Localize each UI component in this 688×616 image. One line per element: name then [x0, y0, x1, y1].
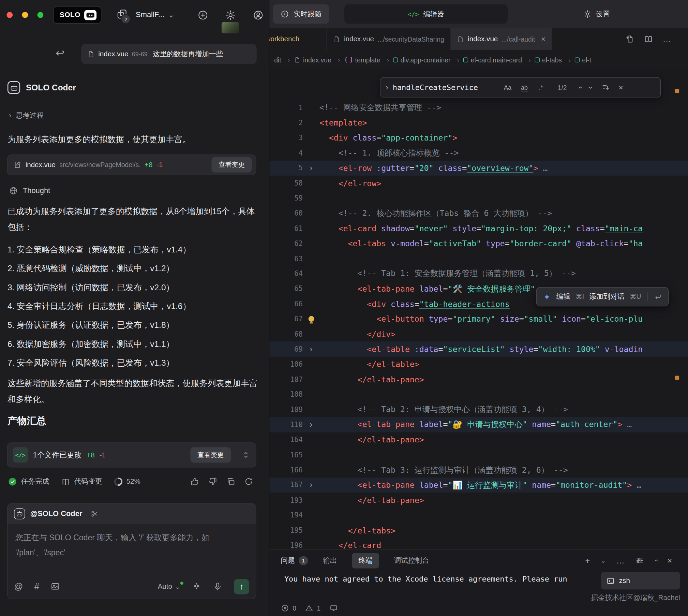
fold-icon[interactable]: ›: [303, 420, 319, 430]
line-number[interactable]: 67: [269, 315, 303, 323]
code-text[interactable]: <el-tab-pane label="📊 运行监测与审计" name="mon…: [319, 480, 688, 490]
code-line[interactable]: 68 </div>: [269, 326, 688, 341]
code-line[interactable]: 59: [269, 191, 688, 206]
breadcrumb-item[interactable]: div.app-container: [393, 56, 463, 63]
fold-icon[interactable]: ›: [303, 480, 319, 490]
chat-input[interactable]: 您正在与 SOLO Coder 聊天，输入 '/' 获取更多能力，如 '/pla…: [8, 524, 256, 574]
line-number[interactable]: 1: [269, 103, 303, 112]
expand-collapse-icon[interactable]: [241, 450, 251, 459]
close-icon[interactable]: [541, 35, 545, 43]
insert-return-icon[interactable]: [654, 293, 662, 301]
line-number[interactable]: 195: [269, 526, 303, 534]
code-text[interactable]: <!-- Tab 3: 运行监测与审计（涵盖功能项 2, 6） -->: [319, 465, 688, 475]
line-number[interactable]: 63: [269, 254, 303, 263]
code-text[interactable]: <!-- Tab 2: 申请与授权中心（涵盖功能项 3, 4） -->: [319, 404, 688, 415]
new-terminal-icon[interactable]: [585, 556, 590, 564]
code-line[interactable]: 62 <el-tabs v-model="activeTab" type="bo…: [269, 236, 688, 251]
line-number[interactable]: 59: [269, 194, 303, 202]
view-changes-button[interactable]: 查看变更: [211, 157, 252, 173]
split-editor-icon[interactable]: [644, 35, 653, 44]
match-case-toggle[interactable]: Aa: [502, 81, 514, 93]
edit-action[interactable]: 编辑: [556, 292, 570, 301]
new-chat-icon[interactable]: [197, 10, 208, 20]
code-text[interactable]: <!-- 1. 顶部核心指标概览 -->: [319, 148, 688, 158]
window-minimize-button[interactable]: [22, 12, 28, 18]
account-icon[interactable]: [253, 10, 264, 20]
thinking-toggle[interactable]: 思考过程: [9, 111, 44, 120]
line-number[interactable]: 61: [269, 224, 303, 232]
settings-button[interactable]: 设置: [583, 4, 610, 24]
agent-mention[interactable]: @SOLO Coder: [30, 509, 83, 518]
scissors-icon[interactable]: [90, 510, 99, 518]
code-text[interactable]: </el-table>: [319, 360, 688, 369]
maximize-panel-icon[interactable]: [652, 559, 659, 562]
code-line[interactable]: 196 </el-card: [269, 538, 688, 550]
code-line[interactable]: 110› <el-tab-pane label="🔐 申请与授权中心" name…: [269, 417, 688, 432]
send-button[interactable]: [234, 579, 249, 594]
code-text[interactable]: <!-- 网络安全数据共享管理 -->: [319, 102, 688, 113]
terminal-session-item[interactable]: zsh: [601, 572, 680, 589]
code-text[interactable]: </el-tabs>: [319, 526, 688, 535]
breadcrumb-item[interactable]: index.vue: [294, 56, 344, 63]
enhance-prompt-icon[interactable]: [192, 582, 201, 591]
find-collapse-icon[interactable]: [386, 84, 388, 91]
line-number[interactable]: 65: [269, 284, 303, 293]
code-text[interactable]: <template>: [319, 118, 688, 127]
line-number[interactable]: 62: [269, 239, 303, 248]
code-line[interactable]: 2<template>: [269, 115, 688, 130]
code-line[interactable]: 107 </el-tab-pane>: [269, 372, 688, 387]
code-text[interactable]: <el-card shadow="never" style="margin-to…: [319, 224, 688, 233]
code-line[interactable]: 167› <el-tab-pane label="📊 运行监测与审计" name…: [269, 478, 688, 493]
code-text[interactable]: </el-tab-pane>: [319, 435, 688, 444]
image-attach-icon[interactable]: [51, 582, 60, 591]
user-message-chip[interactable]: index.vue 69-69 这里的数据再增加一些: [81, 44, 257, 64]
line-number[interactable]: 3: [269, 134, 303, 142]
window-zoom-button[interactable]: [37, 12, 43, 18]
breadcrumb-item[interactable]: el-card.main-card: [463, 56, 535, 63]
line-number[interactable]: 193: [269, 496, 303, 504]
code-line[interactable]: 64 <!-- Tab 1: 安全数据服务管理（涵盖功能项 1, 5） -->: [269, 266, 688, 281]
regenerate-icon[interactable]: [244, 477, 254, 486]
regex-toggle[interactable]: .*: [535, 81, 547, 93]
code-text[interactable]: </el-tab-pane>: [319, 375, 688, 384]
line-number[interactable]: 196: [269, 541, 303, 549]
problems-status[interactable]: 0 1: [281, 604, 338, 612]
code-text[interactable]: <el-tabs v-model="activeTab" type="borde…: [319, 239, 688, 248]
changed-file-card[interactable]: index.vue src/views/newPageModel/s... +8…: [7, 155, 256, 175]
code-line[interactable]: 195 </el-tabs>: [269, 523, 688, 538]
line-number[interactable]: 60: [269, 209, 303, 217]
gear-icon[interactable]: [225, 10, 236, 20]
fold-icon[interactable]: ›: [303, 344, 319, 354]
whole-word-toggle[interactable]: ab: [518, 81, 530, 93]
code-line[interactable]: 109 <!-- Tab 2: 申请与授权中心（涵盖功能项 3, 4） -->: [269, 402, 688, 417]
tab-workbench[interactable]: workbench: [269, 28, 327, 50]
code-line[interactable]: 3 <div class="app-container">: [269, 130, 688, 145]
line-number[interactable]: 194: [269, 511, 303, 519]
line-number[interactable]: 68: [269, 330, 303, 338]
line-number[interactable]: 106: [269, 360, 303, 368]
line-number[interactable]: 58: [269, 179, 303, 187]
tab-index-vue-call-audit[interactable]: index.vue .../call-audit: [451, 28, 552, 50]
tab-index-vue-security[interactable]: index.vue .../securityDataSharing: [327, 28, 451, 50]
code-line[interactable]: 4 <!-- 1. 顶部核心指标概览 -->: [269, 145, 688, 160]
chevron-down-icon[interactable]: [168, 11, 174, 19]
code-line[interactable]: 106 </el-table>: [269, 357, 688, 372]
window-close-button[interactable]: [6, 12, 13, 18]
model-mode-dropdown[interactable]: Auto: [158, 583, 180, 590]
minimap-marker[interactable]: [675, 89, 679, 93]
next-match-icon[interactable]: [587, 86, 595, 89]
tab-terminal[interactable]: 终端: [352, 553, 379, 568]
breadcrumb-item[interactable]: template: [344, 56, 393, 63]
code-area[interactable]: 1<!-- 网络安全数据共享管理 -->2<template>3 <div cl…: [269, 69, 688, 550]
code-text[interactable]: <el-table :data="serviceList" style="wid…: [319, 344, 688, 354]
line-number[interactable]: 107: [269, 375, 303, 383]
line-number[interactable]: 166: [269, 466, 303, 474]
code-text[interactable]: <!-- 2. 核心功能操作区（Tabs 整合 6 大功能项） -->: [319, 208, 688, 219]
code-line[interactable]: 60 <!-- 2. 核心功能操作区（Tabs 整合 6 大功能项） -->: [269, 206, 688, 221]
line-number[interactable]: 69: [269, 345, 303, 353]
code-text[interactable]: </el-row>: [319, 178, 688, 188]
find-in-selection-icon[interactable]: [601, 83, 610, 91]
code-text[interactable]: <div class="app-container">: [319, 133, 688, 143]
code-line[interactable]: 63: [269, 251, 688, 266]
code-line[interactable]: 108: [269, 387, 688, 402]
